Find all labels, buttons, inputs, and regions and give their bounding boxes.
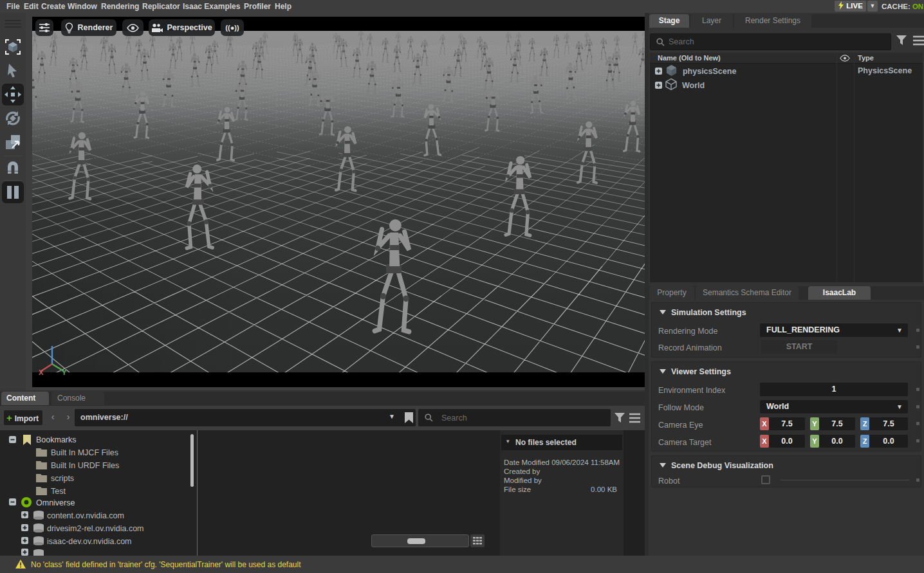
svg-text:X: X bbox=[39, 368, 44, 376]
svg-text:Test: Test bbox=[51, 487, 66, 496]
svg-text:content.ov.nvidia.com: content.ov.nvidia.com bbox=[47, 511, 124, 520]
svg-text:Y: Y bbox=[62, 368, 67, 376]
svg-text:Built In URDF Files: Built In URDF Files bbox=[51, 461, 119, 470]
svg-text:drivesim2-rel.ov.nvidia.com: drivesim2-rel.ov.nvidia.com bbox=[47, 524, 144, 533]
svg-text:scripts: scripts bbox=[51, 474, 74, 483]
svg-text:Built In MJCF Files: Built In MJCF Files bbox=[51, 448, 118, 457]
svg-text:Omniverse: Omniverse bbox=[36, 498, 75, 507]
svg-text:Bookmarks: Bookmarks bbox=[36, 435, 77, 444]
svg-text:isaac-dev.ov.nvidia.com: isaac-dev.ov.nvidia.com bbox=[47, 537, 132, 546]
